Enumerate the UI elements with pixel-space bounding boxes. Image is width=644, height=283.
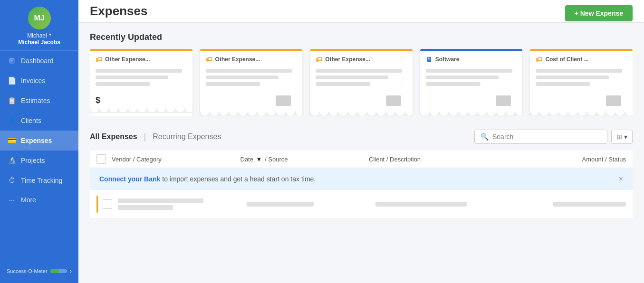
sidebar-item-dashboard[interactable]: ⊞ Dashboard <box>0 51 78 71</box>
card-body <box>200 66 303 94</box>
success-o-meter: Success-O-Meter › <box>0 264 78 278</box>
card-blur-line <box>316 82 370 86</box>
card-blur-line <box>206 82 260 86</box>
card-body <box>90 66 192 94</box>
sidebar-item-label: Invoices <box>21 77 45 85</box>
tab-recurring-expenses[interactable]: Recurring Expenses <box>153 130 221 144</box>
expenses-icon: 💳 <box>8 136 16 145</box>
sidebar-item-clients[interactable]: 👤 Clients <box>0 111 78 131</box>
sidebar: MJ Michael ▾ Michael Jacobs ⊞ Dashboard … <box>0 0 78 283</box>
recently-updated-title: Recently Updated <box>90 32 633 42</box>
sidebar-item-more[interactable]: ··· More <box>0 190 78 209</box>
sidebar-item-expenses[interactable]: 💳 Expenses <box>0 131 78 151</box>
user-profile-section[interactable]: MJ Michael ▾ Michael Jacobs <box>0 0 78 51</box>
clients-icon: 👤 <box>8 116 16 125</box>
invoices-icon: 📄 <box>8 76 16 85</box>
estimates-icon: 📋 <box>8 96 16 105</box>
card-blur-line <box>316 69 402 73</box>
card-body <box>310 66 413 94</box>
success-meter-label: Success-O-Meter <box>7 268 48 274</box>
sidebar-item-time-tracking[interactable]: ⏱ Time Tracking <box>0 170 78 190</box>
sidebar-nav: ⊞ Dashboard 📄 Invoices 📋 Estimates 👤 Cli… <box>0 51 78 209</box>
expense-card[interactable]: 🏷 Other Expense... $ <box>90 49 192 116</box>
grid-view-button[interactable]: ⊞ ▾ <box>611 130 633 144</box>
search-and-controls: 🔍 ⊞ ▾ <box>474 130 633 144</box>
card-body <box>530 66 633 94</box>
expense-card[interactable]: 🏷 Cost of Client ... <box>530 49 633 116</box>
row-checkbox[interactable] <box>103 199 112 209</box>
sidebar-item-projects[interactable]: 🔬 Projects <box>0 151 78 170</box>
search-input[interactable] <box>492 133 601 141</box>
expense-cards-row: 🏷 Other Expense... $ 🏷 <box>90 49 633 116</box>
recently-updated-section: Recently Updated 🏷 Other Expense... $ <box>90 32 633 116</box>
col-client-header: Client / Description <box>369 156 529 163</box>
meter-arrow-icon[interactable]: › <box>70 268 72 274</box>
chevron-down-icon: ▾ <box>624 133 627 141</box>
search-icon: 🔍 <box>481 133 489 141</box>
page-title: Expenses <box>90 4 147 22</box>
card-blur-line <box>206 69 292 73</box>
banner-text: Connect your Bank to import expenses and… <box>99 175 316 183</box>
card-blur-line <box>426 82 481 86</box>
sidebar-item-label: Time Tracking <box>21 177 62 184</box>
expense-card[interactable]: 🏷 Other Expense... <box>200 49 303 116</box>
card-blur-line <box>96 69 182 73</box>
banner-rest-text: to import expenses and get a head start … <box>160 175 316 183</box>
card-body <box>420 66 523 94</box>
main-content: Expenses + New Expense Recently Updated … <box>78 0 644 283</box>
connect-bank-link[interactable]: Connect your Bank <box>99 175 160 183</box>
expense-category-icon: 🏷 <box>316 56 322 63</box>
tab-all-expenses[interactable]: All Expenses <box>90 130 137 144</box>
table-header: Vendor / Category Date ▼ / Source Client… <box>90 151 633 168</box>
sidebar-item-label: Estimates <box>21 97 50 104</box>
expense-category-icon: 🖥 <box>426 56 433 63</box>
card-blur-line <box>536 82 590 86</box>
chevron-down-icon: ▾ <box>49 32 51 37</box>
sidebar-item-estimates[interactable]: 📋 Estimates <box>0 91 78 111</box>
card-header: 🏷 Cost of Client ... <box>530 51 633 66</box>
date-label[interactable]: Date <box>240 156 253 163</box>
expense-category-icon: 🏷 <box>96 56 102 63</box>
table-row[interactable] <box>90 190 633 219</box>
row-accent <box>96 196 98 213</box>
col-amount-header: Amount / Status <box>529 156 626 163</box>
expense-card[interactable]: 🖥 Software <box>420 49 523 116</box>
card-bottom-zigzag <box>200 112 303 116</box>
card-bottom-zigzag <box>530 112 633 116</box>
row-content <box>118 198 626 210</box>
card-amount-block <box>496 95 511 106</box>
more-icon: ··· <box>8 196 16 204</box>
meter-bar <box>50 269 59 273</box>
card-category-label: Other Expense... <box>215 56 260 63</box>
sidebar-item-label: Dashboard <box>21 57 54 65</box>
main-body: Recently Updated 🏷 Other Expense... $ <box>78 23 644 283</box>
row-vendor <box>118 198 240 210</box>
search-box[interactable]: 🔍 <box>474 130 607 144</box>
projects-icon: 🔬 <box>8 156 16 165</box>
card-blur-line <box>96 82 150 86</box>
card-amount-block <box>276 95 291 106</box>
close-icon[interactable]: × <box>619 175 623 183</box>
user-name-row: Michael ▾ <box>27 29 51 39</box>
card-header: 🖥 Software <box>420 51 523 66</box>
tab-divider: | <box>144 132 146 142</box>
sort-indicator: ▼ <box>256 156 262 163</box>
card-bottom-zigzag <box>310 112 413 116</box>
new-expense-button[interactable]: + New Expense <box>565 5 633 21</box>
sidebar-item-label: Expenses <box>21 137 52 144</box>
expense-card[interactable]: 🏷 Other Expense... <box>310 49 413 116</box>
sidebar-item-label: Projects <box>21 157 45 164</box>
col-date-header: Date ▼ / Source <box>240 156 369 163</box>
card-bottom-zigzag <box>420 112 523 116</box>
col-vendor-header: Vendor / Category <box>112 156 240 163</box>
card-blur-line <box>536 75 608 79</box>
expense-category-icon: 🏷 <box>536 56 542 63</box>
select-all-checkbox[interactable] <box>96 154 106 164</box>
sidebar-item-label: Clients <box>21 117 41 124</box>
source-label: / Source <box>265 156 288 163</box>
user-first-name: Michael <box>27 32 47 39</box>
card-blur-line <box>96 75 168 79</box>
expense-category-icon: 🏷 <box>206 56 212 63</box>
sidebar-item-invoices[interactable]: 📄 Invoices <box>0 71 78 91</box>
card-blur-line <box>536 69 622 73</box>
